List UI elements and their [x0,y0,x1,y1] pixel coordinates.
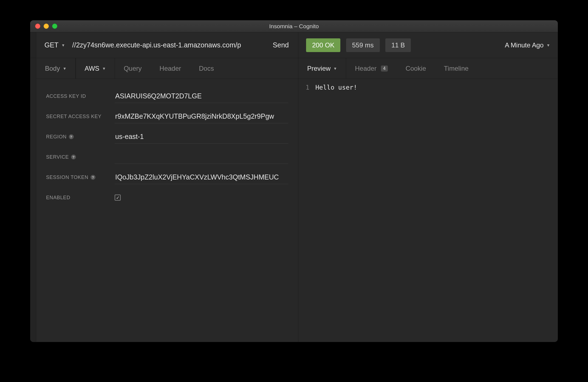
input-region[interactable] [115,130,288,144]
row-service: SERVICE ? [46,147,288,167]
row-region: REGION ? [46,127,288,147]
response-body[interactable]: 1 Hello user! [298,79,558,342]
tab-header[interactable]: Header [151,58,190,79]
input-secret-access-key[interactable] [115,110,288,123]
response-side: 200 OK 559 ms 11 B A Minute Ago ▼ [298,32,558,58]
label-secret-access-key: SECRET ACCESS KEY [46,114,115,119]
help-icon[interactable]: ? [71,155,76,159]
url-input[interactable] [72,32,263,58]
label-access-key-id: ACCESS KEY ID [46,93,115,99]
tab-timeline-label: Timeline [444,65,469,72]
response-status-group: 200 OK 559 ms 11 B [306,38,415,52]
help-icon[interactable]: ? [91,175,95,180]
tab-docs[interactable]: Docs [190,58,223,79]
sidebar-gutter [30,32,36,58]
tab-response-header[interactable]: Header 4 [346,58,397,79]
main-split: Body ▼ AWS ▼ Query Header [30,58,558,342]
tab-preview-label: Preview [307,65,330,72]
row-access-key-id: ACCESS KEY ID [46,86,288,106]
http-method-select[interactable]: GET ▼ [36,32,72,58]
tab-cookie-label: Cookie [406,65,426,72]
minimize-icon[interactable] [44,24,49,29]
label-enabled: ENABLED [46,195,115,201]
request-pane: Body ▼ AWS ▼ Query Header [30,58,298,342]
tab-aws[interactable]: AWS ▼ [76,58,115,79]
http-method-label: GET [44,41,58,49]
tab-aws-label: AWS [85,65,100,72]
sidebar-gutter [30,58,36,342]
tab-timeline[interactable]: Timeline [435,58,478,79]
checkbox-enabled[interactable]: ✓ [115,195,121,201]
row-secret-access-key: SECRET ACCESS KEY [46,106,288,127]
row-session-token: SESSION TOKEN ? [46,167,288,187]
input-access-key-id[interactable] [115,89,288,103]
input-session-token[interactable] [115,170,288,184]
request-tabs: Body ▼ AWS ▼ Query Header [36,58,298,79]
label-session-token: SESSION TOKEN ? [46,175,115,180]
response-text: Hello user! [315,84,357,337]
row-enabled: ENABLED ✓ [46,187,288,208]
tab-docs-label: Docs [199,65,214,72]
response-time-badge[interactable]: 559 ms [346,38,380,52]
request-bar: GET ▼ Send 200 OK 559 ms 11 B A Minute A… [30,32,558,58]
window-controls [30,24,57,29]
tab-body-label: Body [45,65,60,72]
label-region: REGION ? [46,134,115,140]
tab-query[interactable]: Query [115,58,151,79]
tab-response-header-label: Header [355,65,377,72]
aws-auth-form: ACCESS KEY ID SECRET ACCESS KEY REGION ? [36,79,298,215]
tab-header-label: Header [160,65,181,72]
response-tabs: Preview ▼ Header 4 Cookie Timeline [298,58,558,79]
send-button[interactable]: Send [264,32,298,58]
tab-body[interactable]: Body ▼ [36,58,76,79]
header-count-badge: 4 [381,65,388,72]
status-badge[interactable]: 200 OK [306,38,340,52]
chevron-down-icon: ▼ [546,43,550,47]
chevron-down-icon: ▼ [333,66,337,71]
chevron-down-icon: ▼ [63,66,67,71]
request-side: GET ▼ Send [36,32,298,58]
chevron-down-icon: ▼ [102,66,106,71]
response-age-label: A Minute Ago [505,41,544,49]
line-number: 1 [304,84,309,337]
close-icon[interactable] [35,24,40,29]
response-size-badge[interactable]: 11 B [385,38,411,52]
tab-query-label: Query [124,65,142,72]
zoom-icon[interactable] [52,24,57,29]
response-history-dropdown[interactable]: A Minute Ago ▼ [505,41,550,49]
label-service: SERVICE ? [46,154,115,160]
help-icon[interactable]: ? [69,134,74,139]
window-title: Insomnia – Cognito [30,23,558,30]
titlebar: Insomnia – Cognito [30,20,558,32]
chevron-down-icon: ▼ [61,43,65,47]
response-pane: Preview ▼ Header 4 Cookie Timeline [298,58,558,342]
app-window: Insomnia – Cognito GET ▼ Send 200 OK 559… [30,20,558,342]
tab-cookie[interactable]: Cookie [397,58,435,79]
input-service[interactable] [115,150,288,164]
tab-preview[interactable]: Preview ▼ [298,58,346,79]
